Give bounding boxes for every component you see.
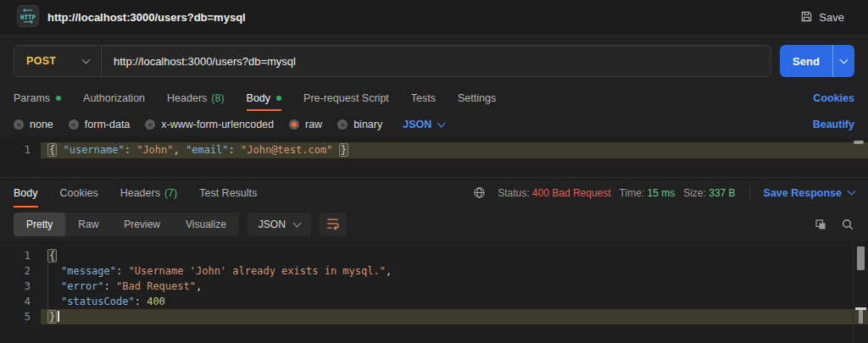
status-label: Status:	[498, 187, 529, 199]
copy-response-button[interactable]	[814, 218, 827, 231]
body-mode-x-www-form-urlencoded[interactable]: x-www-form-urlencoded	[145, 119, 274, 130]
word-wrap-icon	[326, 216, 340, 233]
tab-label: Body	[247, 92, 271, 104]
tab-label: Params	[14, 92, 50, 104]
save-response-label: Save Response	[764, 187, 842, 199]
tab-label: Headers	[167, 92, 207, 104]
size-value: 337 B	[709, 187, 735, 199]
http-method-select[interactable]: POST	[14, 46, 101, 76]
save-button[interactable]: Save	[793, 6, 851, 30]
response-tab-test-results[interactable]: Test Results	[199, 178, 257, 207]
tab-label: Tests	[411, 92, 436, 104]
indent-guide	[47, 294, 61, 309]
send-button[interactable]: Send	[780, 45, 832, 77]
tab-label: Body	[14, 187, 38, 199]
chevron-down-icon	[840, 55, 849, 64]
response-tab-body[interactable]: Body	[14, 178, 38, 207]
code-line: 1{	[0, 248, 868, 263]
response-tab-headers[interactable]: Headers(7)	[120, 178, 178, 207]
save-button-label: Save	[819, 11, 844, 24]
tab-body[interactable]: Body	[247, 86, 282, 111]
line-number: 3	[0, 279, 31, 294]
scrollbar-track[interactable]	[853, 241, 868, 343]
radio-icon	[69, 119, 79, 130]
view-tabs: PrettyRawPreviewVisualize	[14, 213, 239, 236]
line-content: { "username": "John", "email": "John@tes…	[41, 142, 868, 158]
response-body-editor[interactable]: 1{2"message": "Username 'John' already e…	[0, 241, 868, 343]
api-client-window: HTTP http://localhost:3000/users?db=mysq…	[0, 0, 868, 343]
time-value: 15 ms	[648, 187, 676, 199]
tab-headers[interactable]: Headers(8)	[167, 86, 225, 111]
body-modes-row: noneform-datax-www-form-urlencodedrawbin…	[0, 111, 868, 138]
http-request-icon: HTTP	[17, 5, 39, 30]
body-mode-form-data[interactable]: form-data	[69, 119, 131, 130]
tab-label: Authorization	[83, 92, 145, 104]
body-mode-label: binary	[353, 119, 382, 130]
tab-authorization[interactable]: Authorization	[83, 86, 145, 111]
save-response-button[interactable]: Save Response	[764, 187, 854, 199]
line-number: 4	[0, 294, 31, 309]
tab-count-badge: (7)	[164, 187, 177, 199]
request-title: http://localhost:3000/users?db=mysql	[47, 11, 246, 24]
tab-label: Headers	[120, 187, 160, 199]
body-mode-label: x-www-form-urlencoded	[161, 119, 274, 130]
send-options-button[interactable]	[832, 45, 854, 77]
radio-icon	[289, 119, 299, 130]
view-tab-preview[interactable]: Preview	[111, 213, 173, 236]
tab-pre-request-script[interactable]: Pre-request Script	[303, 86, 389, 111]
radio-icon	[14, 119, 24, 130]
body-mode-label: none	[30, 119, 53, 130]
green-dot-icon	[276, 96, 281, 101]
url-box: POST http://localhost:3000/users?db=mysq…	[14, 45, 771, 77]
response-language-select[interactable]: JSON	[248, 213, 311, 236]
svg-text:HTTP: HTTP	[20, 14, 36, 21]
body-language-select[interactable]: JSON	[403, 119, 444, 130]
response-tabs: BodyCookiesHeaders(7)Test Results Status…	[0, 177, 868, 207]
chevron-down-icon	[437, 119, 446, 127]
divider	[749, 186, 750, 200]
cookies-link[interactable]: Cookies	[813, 92, 854, 104]
globe-icon	[473, 186, 486, 199]
tab-settings[interactable]: Settings	[458, 86, 496, 111]
tab-label: Cookies	[60, 187, 98, 199]
body-language-value: JSON	[403, 119, 431, 130]
line-content: {	[41, 248, 868, 263]
tab-label: Settings	[458, 92, 496, 104]
request-body-editor[interactable]: 1{ "username": "John", "email": "John@te…	[0, 138, 868, 177]
beautify-link[interactable]: Beautify	[813, 119, 854, 130]
tab-label: Test Results	[199, 187, 257, 199]
body-mode-raw[interactable]: raw	[289, 119, 322, 130]
time-label: Time:	[620, 187, 645, 199]
line-number: 1	[0, 142, 31, 158]
status-value: 400 Bad Request	[532, 187, 611, 199]
radio-icon	[337, 119, 348, 130]
line-content: "error": "Bad Request",	[41, 279, 868, 294]
vertical-scrollbar-thumb[interactable]	[857, 246, 865, 270]
horizontal-scrollbar-thumb[interactable]	[854, 141, 864, 144]
http-method-value: POST	[26, 55, 56, 67]
request-url-input[interactable]: http://localhost:3000/users?db=mysql	[102, 55, 308, 68]
chevron-down-icon	[82, 55, 91, 64]
request-url-row: POST http://localhost:3000/users?db=mysq…	[0, 36, 868, 86]
wrap-text-button[interactable]	[320, 213, 347, 236]
view-tab-raw[interactable]: Raw	[65, 213, 111, 236]
view-tab-pretty[interactable]: Pretty	[14, 213, 65, 236]
code-line: 1{ "username": "John", "email": "John@te…	[0, 142, 868, 158]
response-tab-cookies[interactable]: Cookies	[60, 178, 98, 207]
radio-icon	[145, 119, 155, 130]
tab-tests[interactable]: Tests	[411, 86, 436, 111]
request-tabs: ParamsAuthorizationHeaders(8)BodyPre-req…	[0, 86, 868, 111]
body-mode-none[interactable]: none	[14, 119, 53, 130]
view-tab-visualize[interactable]: Visualize	[173, 213, 239, 236]
line-content: }	[41, 309, 868, 324]
green-dot-icon	[56, 96, 61, 101]
search-response-button[interactable]	[841, 218, 854, 231]
chevron-down-icon	[292, 219, 301, 227]
tab-params[interactable]: Params	[14, 86, 61, 111]
size-label: Size:	[683, 187, 706, 199]
body-mode-binary[interactable]: binary	[337, 119, 382, 130]
line-content: "message": "Username 'John' already exis…	[41, 263, 868, 279]
code-line: 5}	[0, 309, 868, 324]
response-view-toolbar: PrettyRawPreviewVisualize JSON	[0, 207, 868, 241]
save-icon	[800, 10, 813, 25]
